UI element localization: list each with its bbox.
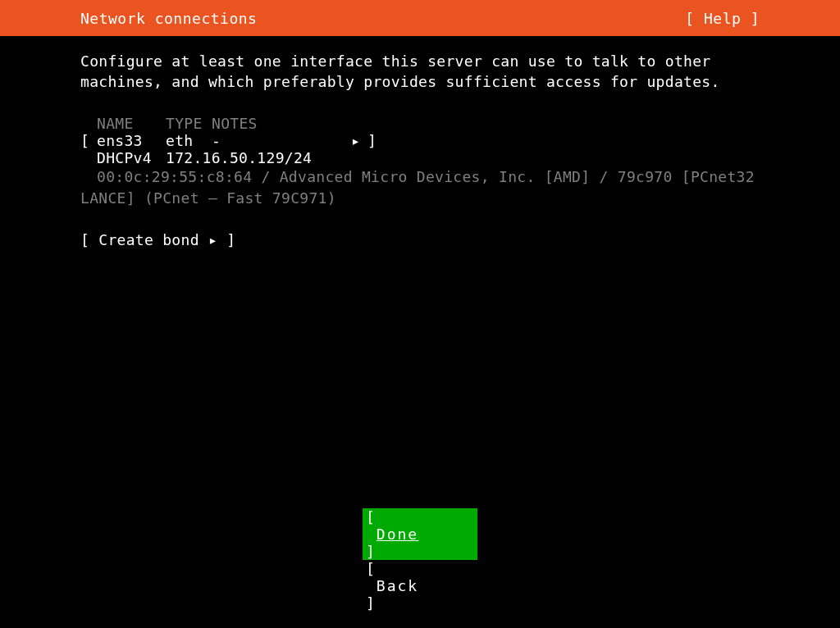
done-button[interactable]: [ Done ]: [363, 508, 477, 560]
table-header-row: NAME TYPE NOTES: [97, 115, 760, 132]
interface-notes: -: [212, 132, 351, 149]
done-label: Done: [377, 526, 418, 543]
dhcp-value: 172.16.50.129/24: [166, 149, 312, 166]
dhcp-row: DHCPv4 172.16.50.129/24: [97, 149, 760, 166]
interface-type: eth: [166, 132, 212, 149]
dhcp-label: DHCPv4: [97, 149, 166, 166]
interface-name: ens33: [97, 132, 166, 149]
interface-row[interactable]: [ ens33 eth - ▸ ]: [80, 132, 760, 149]
hw-line-2: LANCE] (PCnet – Fast 79C971): [80, 188, 760, 208]
header-bar: Network connections [ Help ]: [0, 0, 840, 36]
hw-line-1: 00:0c:29:55:c8:64 / Advanced Micro Devic…: [97, 166, 760, 187]
back-button[interactable]: [ Back ]: [363, 560, 477, 612]
bracket-close: ]: [368, 132, 384, 149]
header-name: NAME: [97, 115, 166, 132]
description-text: Configure at least one interface this se…: [80, 51, 760, 92]
bracket-open: [: [366, 560, 375, 577]
help-button[interactable]: [ Help ]: [685, 10, 760, 27]
content-area: Configure at least one interface this se…: [0, 36, 840, 248]
back-label: Back: [377, 577, 418, 594]
create-bond-button[interactable]: [ Create bond ▸ ]: [80, 231, 760, 248]
page-title: Network connections: [80, 10, 257, 27]
bracket-open: [: [366, 508, 375, 526]
footer-buttons: [ Done ] [ Back ]: [0, 508, 840, 612]
bracket-open: [: [80, 132, 97, 149]
hardware-info: 00:0c:29:55:c8:64 / Advanced Micro Devic…: [80, 166, 760, 207]
header-type: TYPE: [166, 115, 212, 132]
chevron-right-icon: ▸: [351, 132, 368, 149]
bracket-close: ]: [366, 594, 375, 612]
bracket-close: ]: [366, 543, 375, 560]
header-notes: NOTES: [212, 115, 760, 132]
